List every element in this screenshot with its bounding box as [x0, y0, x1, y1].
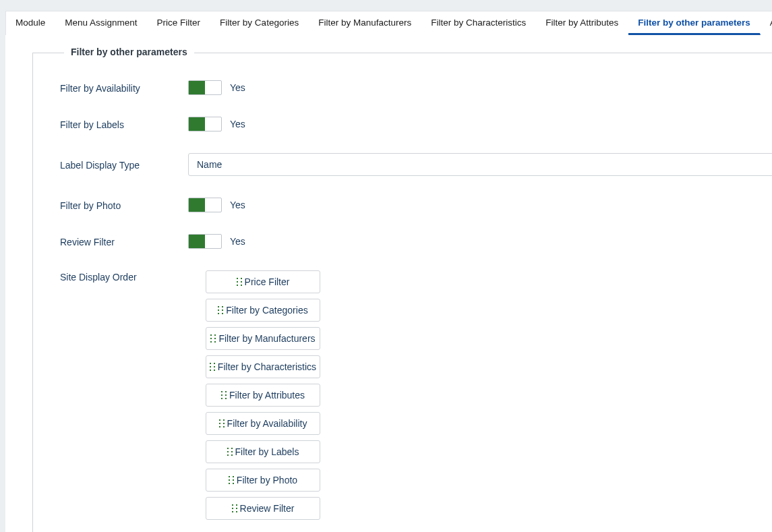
ctrl-labels: Yes: [188, 117, 245, 131]
row-label-display-type: Label Display Type Name: [60, 153, 772, 176]
label-review: Review Filter: [60, 235, 188, 247]
sort-item[interactable]: Filter by Labels: [206, 440, 320, 463]
sort-item[interactable]: Filter by Categories: [206, 299, 320, 322]
tab-label: Filter by Categories: [220, 18, 299, 28]
sort-item-label: Filter by Photo: [237, 475, 297, 485]
drag-handle-icon: [219, 419, 225, 427]
tab-label: Price Filter: [157, 18, 201, 28]
sort-item-label: Price Filter: [245, 276, 290, 287]
label-labels: Filter by Labels: [60, 118, 188, 130]
sort-item-label: Filter by Manufacturers: [218, 333, 315, 344]
tab-module[interactable]: Module: [6, 11, 55, 35]
drag-handle-icon: [221, 391, 227, 399]
sort-item[interactable]: Review Filter: [206, 497, 320, 520]
tab-label: Filter by Attributes: [545, 18, 618, 28]
sort-item[interactable]: Filter by Photo: [206, 469, 320, 492]
toggle-availability[interactable]: [188, 80, 222, 95]
row-availability: Filter by Availability Yes: [60, 80, 772, 95]
ctrl-photo: Yes: [188, 198, 245, 212]
tab-filter-categories[interactable]: Filter by Categories: [210, 11, 309, 35]
label-display-order: Site Display Order: [60, 270, 188, 283]
tab-menu-assignment[interactable]: Menu Assignment: [55, 11, 147, 35]
drag-handle-icon: [210, 363, 215, 371]
tab-filter-other[interactable]: Filter by other parameters: [628, 11, 761, 35]
toggle-review[interactable]: [188, 234, 222, 249]
toggle-labels[interactable]: [188, 117, 222, 131]
sort-item[interactable]: Filter by Attributes: [206, 384, 320, 407]
ctrl-display-type: Name: [188, 153, 772, 176]
tab-label: Menu Assignment: [65, 18, 137, 28]
ctrl-review: Yes: [188, 234, 245, 249]
tab-label: Filter by other parameters: [638, 18, 750, 28]
toggle-value-labels: Yes: [230, 119, 245, 129]
sort-item[interactable]: Filter by Availability: [206, 412, 320, 435]
tabs-bar: Module Menu Assignment Price Filter Filt…: [5, 11, 772, 35]
select-value: Name: [197, 159, 222, 170]
label-availability: Filter by Availability: [60, 82, 188, 94]
tab-filter-manufacturers[interactable]: Filter by Manufacturers: [309, 11, 421, 35]
drag-handle-icon: [237, 278, 242, 286]
sort-item[interactable]: Filter by Characteristics: [206, 355, 320, 378]
drag-handle-icon: [232, 504, 237, 512]
sort-item[interactable]: Price Filter: [206, 270, 320, 293]
page-body: Filter by other parameters Filter by Ava…: [5, 35, 772, 532]
sort-item-label: Review Filter: [240, 503, 295, 514]
drag-handle-icon: [229, 476, 234, 484]
sort-item-label: Filter by Labels: [235, 446, 299, 457]
app-root: Module Menu Assignment Price Filter Filt…: [0, 0, 772, 532]
sort-item-label: Filter by Categories: [226, 305, 307, 316]
sort-item[interactable]: Filter by Manufacturers: [206, 327, 320, 350]
row-review: Review Filter Yes: [60, 234, 772, 249]
row-display-order: Site Display Order Price Filter Filter b…: [60, 270, 772, 520]
tab-filter-attributes[interactable]: Filter by Attributes: [536, 11, 628, 35]
tab-price-filter[interactable]: Price Filter: [148, 11, 211, 35]
tab-label: Filter by Manufacturers: [318, 18, 411, 28]
drag-handle-icon: [218, 306, 223, 314]
fieldset-other-params: Filter by other parameters Filter by Ava…: [32, 53, 772, 532]
tab-label: Module: [16, 18, 45, 28]
tab-advanced[interactable]: Advanced: [761, 11, 772, 35]
toggle-value-review: Yes: [230, 236, 245, 247]
toggle-photo[interactable]: [188, 198, 222, 212]
ctrl-availability: Yes: [188, 80, 245, 95]
row-photo: Filter by Photo Yes: [60, 198, 772, 212]
toggle-value-photo: Yes: [230, 200, 245, 210]
drag-handle-icon: [210, 334, 216, 343]
select-label-display-type[interactable]: Name: [188, 153, 772, 176]
sort-item-label: Filter by Availability: [227, 418, 307, 429]
tab-filter-characteristics[interactable]: Filter by Characteristics: [421, 11, 536, 35]
fieldset-legend: Filter by other parameters: [64, 47, 194, 57]
sort-item-label: Filter by Characteristics: [218, 361, 316, 372]
sort-item-label: Filter by Attributes: [229, 390, 305, 401]
drag-handle-icon: [227, 448, 233, 456]
toggle-value-availability: Yes: [230, 82, 245, 93]
display-order-list: Price Filter Filter by Categories Filter…: [206, 270, 320, 520]
label-display-type: Label Display Type: [60, 158, 188, 171]
row-labels: Filter by Labels Yes: [60, 117, 772, 131]
label-photo: Filter by Photo: [60, 199, 188, 211]
tab-label: Filter by Characteristics: [431, 18, 526, 28]
